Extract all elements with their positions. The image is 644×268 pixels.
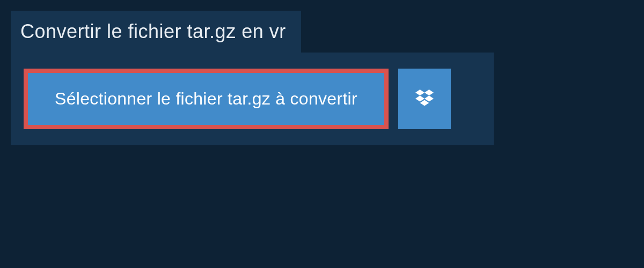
svg-marker-0 [415, 90, 425, 95]
svg-marker-3 [425, 95, 434, 101]
button-row: Sélectionner le fichier tar.gz à convert… [24, 69, 481, 129]
svg-marker-4 [420, 100, 429, 106]
tab-header-row: Convertir le fichier tar.gz en vr [11, 11, 494, 53]
svg-marker-2 [415, 95, 425, 101]
svg-marker-1 [425, 90, 434, 95]
dropbox-icon [414, 88, 435, 110]
panel-title: Convertir le fichier tar.gz en vr [11, 11, 301, 53]
panel-content: Sélectionner le fichier tar.gz à convert… [11, 53, 494, 145]
dropbox-button[interactable] [398, 69, 451, 129]
select-file-button[interactable]: Sélectionner le fichier tar.gz à convert… [24, 69, 389, 129]
converter-panel: Convertir le fichier tar.gz en vr Sélect… [11, 11, 494, 145]
tab-filler [301, 11, 494, 53]
